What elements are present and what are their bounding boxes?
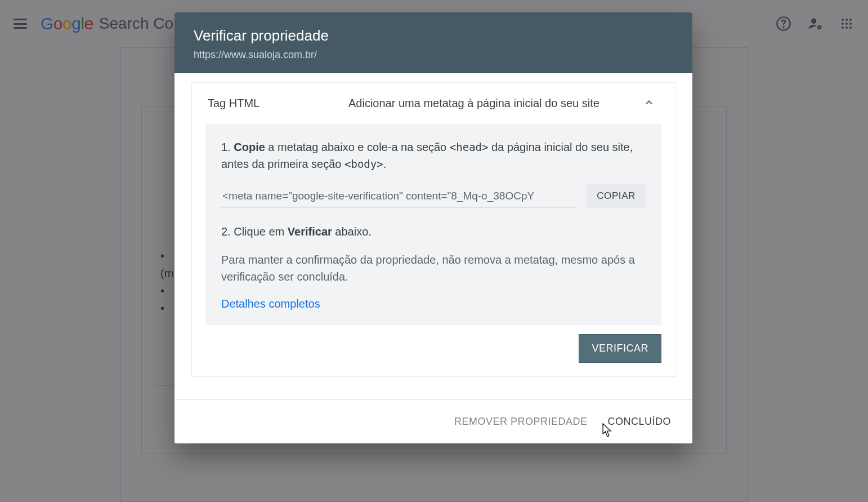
dialog-body[interactable]: Tag HTML Adicionar uma metatag à página … (175, 73, 692, 399)
html-tag-panel: Tag HTML Adicionar uma metatag à página … (191, 82, 675, 377)
keep-tag-note: Para manter a confirmação da propriedade… (221, 251, 646, 285)
panel-header[interactable]: Tag HTML Adicionar uma metatag à página … (192, 83, 675, 124)
step-2: 2. Clique em Verificar abaixo. (221, 223, 646, 240)
dialog-subtitle: https://www.sualoja.com.br/ (194, 49, 673, 61)
verify-button[interactable]: VERIFICAR (579, 334, 661, 363)
step-1: 1. Copie a metatag abaixo e cole-a na se… (221, 139, 646, 172)
verify-property-dialog: Verificar propriedade https://www.sualoj… (175, 12, 692, 443)
panel-title: Tag HTML (208, 97, 337, 110)
dialog-title: Verificar propriedade (194, 27, 673, 45)
dialog-header: Verificar propriedade https://www.sualoj… (175, 12, 692, 73)
copy-button[interactable]: COPIAR (587, 184, 646, 208)
metatag-row: <meta name="google-site-verification" co… (221, 184, 646, 208)
done-button[interactable]: CONCLUÍDO (605, 412, 673, 431)
dialog-footer: REMOVER PROPRIEDADE CONCLUÍDO (175, 399, 692, 443)
full-details-link[interactable]: Detalhes completos (221, 297, 320, 310)
panel-description: Adicionar uma metatag à página inicial d… (348, 95, 628, 112)
remove-property-button[interactable]: REMOVER PROPRIEDADE (452, 412, 590, 431)
metatag-field[interactable]: <meta name="google-site-verification" co… (221, 185, 576, 207)
chevron-up-icon[interactable] (639, 97, 659, 110)
panel-content: 1. Copie a metatag abaixo e cole-a na se… (205, 124, 661, 325)
